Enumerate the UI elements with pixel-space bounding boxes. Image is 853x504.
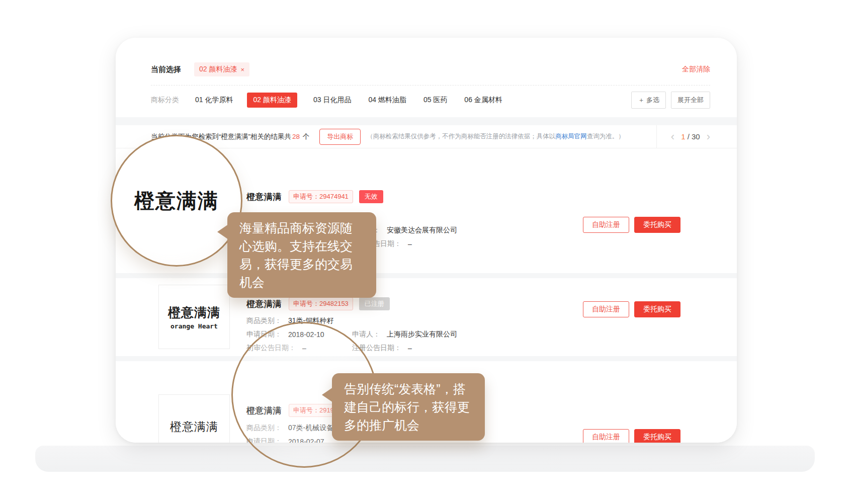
expand-all-button[interactable]: 展开全部 (671, 92, 710, 109)
entrust-buy-button[interactable]: 委托购买 (634, 429, 680, 443)
applicant-label: 申请人： (352, 330, 380, 339)
results-count: 28 (291, 133, 301, 140)
category-item-06[interactable]: 06 金属材料 (463, 93, 503, 108)
trademark-image[interactable]: 橙意满满 (158, 394, 230, 443)
export-trademarks-button[interactable]: 导出商标 (319, 129, 361, 145)
magnifier-circle: 橙意满满 (111, 135, 242, 267)
multi-select-button[interactable]: ＋ 多选 (631, 92, 666, 109)
current-selection-row: 当前选择 02 颜料油漆 × 全部清除 (151, 62, 710, 77)
applicant-value: 安徽美达会展有限公司 (387, 226, 457, 235)
current-selection-label: 当前选择 (151, 65, 181, 74)
trademark-title-line: 橙意满满 申请号：29474941 无效 (246, 190, 457, 203)
application-number-badge: 申请号：29474941 (289, 190, 353, 203)
trademark-image-text: 橙意满满 (168, 304, 220, 321)
prev-page-icon[interactable]: ‹ (671, 131, 674, 142)
selected-filter-tag[interactable]: 02 颜料油漆 × (194, 62, 249, 76)
row-separator (116, 356, 737, 361)
section-separator (116, 117, 737, 125)
reg-notice-value: – (408, 240, 412, 248)
row-actions: 自助注册 委托购买 (583, 301, 680, 317)
self-register-button[interactable]: 自助注册 (583, 429, 629, 443)
tooltip-marketplace: 海量精品商标资源随心选购。支持在线交易，获得更多的交易机会 (227, 212, 376, 298)
category-item-02-selected[interactable]: 02 颜料油漆 (247, 93, 297, 108)
trademark-office-link[interactable]: 商标局官网 (555, 133, 587, 140)
disclaimer-text-end: 查询为准。） (587, 133, 625, 140)
filter-card: 当前选择 02 颜料油漆 × 全部清除 商标分类 01 化学原料 02 颜料油漆… (116, 38, 737, 117)
trademark-image-subtext: orange Heart (170, 322, 218, 330)
entrust-buy-button[interactable]: 委托购买 (634, 301, 680, 317)
page: 当前选择 02 颜料油漆 × 全部清除 商标分类 01 化学原料 02 颜料油漆… (0, 0, 853, 504)
trademark-image-text: 橙意满满 (170, 419, 218, 435)
results-disclaimer: （商标检索结果仅供参考，不作为商标能否注册的法律依据；具体以商标局官网查询为准。… (367, 132, 625, 141)
category-row: 商标分类 01 化学原料 02 颜料油漆 03 日化用品 04 燃料油脂 05 … (151, 92, 710, 108)
selected-filter-tag-label: 02 颜料油漆 (199, 65, 237, 74)
applicant-col: 申请人： 上海雨步实业有限公司 (352, 330, 457, 339)
category-item-05[interactable]: 05 医药 (422, 93, 448, 108)
trademark-image[interactable]: 橙意满满 orange Heart (158, 285, 230, 349)
self-register-button[interactable]: 自助注册 (583, 301, 629, 317)
applicant-value: 上海雨步实业有限公司 (387, 330, 457, 339)
trademark-result-row: 橙意满满 orange Heart 橙意满满 申请号：29482153 已注册 … (116, 278, 737, 356)
results-summary-suffix: 个 (301, 133, 309, 140)
next-page-icon[interactable]: › (707, 131, 710, 142)
row-actions: 自助注册 委托购买 (583, 217, 680, 233)
trademark-name[interactable]: 橙意满满 (246, 191, 282, 203)
entrust-buy-button[interactable]: 委托购买 (634, 217, 680, 233)
results-keyword: “橙意满满” (219, 133, 250, 140)
disclaimer-text: （商标检索结果仅供参考，不作为商标能否注册的法律依据；具体以 (367, 133, 555, 140)
clear-all-button[interactable]: 全部清除 (682, 65, 710, 74)
row-actions: 自助注册 委托购买 (583, 429, 680, 443)
remove-tag-icon[interactable]: × (240, 66, 244, 73)
page-indicator: 1 / 30 (681, 132, 700, 141)
category-bar-label: 商标分类 (151, 96, 179, 105)
category-label: 商品类别： (246, 316, 282, 325)
trademark-name[interactable]: 橙意满满 (246, 298, 282, 310)
divider (151, 85, 710, 86)
laptop-base (35, 446, 815, 472)
category-item-03[interactable]: 03 日化用品 (312, 93, 352, 108)
status-badge: 无效 (359, 190, 383, 203)
status-badge: 已注册 (359, 297, 390, 310)
total-pages: / 30 (685, 132, 700, 141)
tooltip-promotion: 告别传统“发表格”，搭建自己的标行，获得更多的推广机会 (332, 373, 485, 441)
pagination: ‹ 1 / 30 › (656, 125, 710, 148)
category-item-04[interactable]: 04 燃料油脂 (367, 93, 407, 108)
category-item-01[interactable]: 01 化学原料 (194, 93, 234, 108)
row-separator (116, 273, 737, 278)
reg-notice-value: – (408, 344, 412, 352)
results-summary-middle: 相关的结果共 (250, 133, 291, 140)
category-line: 商品类别： 31类-饲料种籽 (246, 314, 457, 327)
self-register-button[interactable]: 自助注册 (583, 217, 629, 233)
trademark-title-line: 橙意满满 申请号：29482153 已注册 (246, 297, 457, 310)
application-number-badge: 申请号：29482153 (289, 297, 353, 310)
